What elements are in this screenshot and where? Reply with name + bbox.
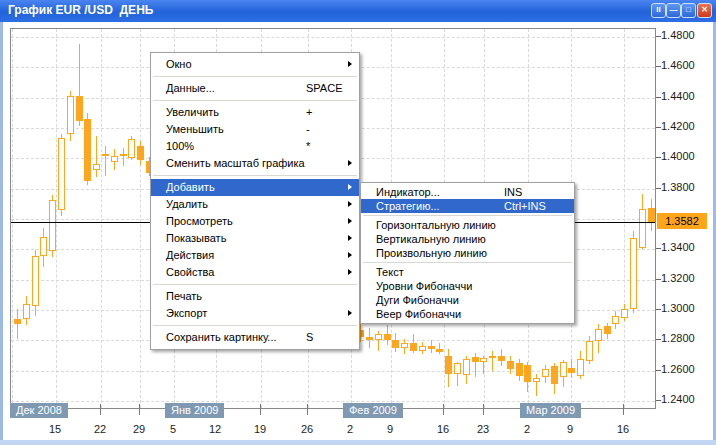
candlestick-wick — [492, 351, 493, 371]
add-submenu-separator — [363, 215, 572, 216]
candlestick — [120, 154, 127, 156]
add-submenu-item-9[interactable]: Дуги Фибоначчи — [361, 293, 574, 307]
submenu-arrow-icon — [348, 218, 352, 224]
candlestick — [551, 366, 558, 384]
submenu-arrow-icon — [348, 235, 352, 241]
candlestick — [516, 363, 523, 376]
candlestick — [84, 119, 91, 181]
candlestick — [14, 319, 21, 324]
price-axis-label: 1.4600 — [661, 59, 695, 71]
price-gridline — [11, 371, 655, 372]
add-submenu: Индикатор...INSСтратегию...Ctrl+INSГориз… — [360, 182, 575, 324]
candlestick — [76, 96, 83, 121]
context-menu-item-0[interactable]: Окно — [151, 56, 359, 73]
price-axis-label: 1.4400 — [661, 90, 695, 102]
submenu-arrow-icon — [348, 184, 352, 190]
time-axis-label: 9 — [567, 423, 573, 435]
price-axis-label: 1.4800 — [661, 29, 695, 41]
submenu-arrow-icon — [348, 269, 352, 275]
time-gridline — [12, 29, 13, 408]
candlestick-wick — [536, 374, 537, 396]
window-titlebar[interactable]: График EUR /USD ДЕНЬ II—□✕ — [0, 0, 716, 22]
bid-price-tag: 1.3582 — [657, 213, 707, 229]
add-submenu-item-5[interactable]: Произвольную линию — [361, 246, 574, 260]
time-axis-label: 16 — [617, 423, 629, 435]
candlestick — [621, 309, 628, 318]
add-submenu-item-0[interactable]: Индикатор...INS — [361, 185, 574, 199]
candlestick — [533, 378, 540, 382]
price-axis-label: 1.3400 — [661, 241, 695, 253]
submenu-arrow-icon — [348, 61, 352, 67]
submenu-arrow-icon — [348, 201, 352, 207]
context-menu-shortcut: S — [306, 329, 313, 346]
candlestick — [463, 359, 470, 376]
context-menu-item-10[interactable]: Удалить — [151, 196, 359, 213]
candlestick-wick — [96, 136, 97, 177]
candlestick-wick — [105, 146, 106, 177]
submenu-arrow-icon — [348, 252, 352, 258]
time-gridline — [101, 29, 102, 408]
context-menu-item-19[interactable]: Сохранить картинку...S — [151, 329, 359, 346]
context-menu-item-6[interactable]: 100%* — [151, 138, 359, 155]
candlestick — [366, 337, 373, 340]
candlestick — [454, 363, 461, 374]
candlestick — [630, 238, 637, 309]
add-submenu-item-10[interactable]: Веер Фибоначчи — [361, 307, 574, 321]
context-menu: ОкноДанные...SPACEУвеличить+Уменьшить-10… — [150, 52, 360, 350]
context-menu-item-2[interactable]: Данные...SPACE — [151, 80, 359, 97]
time-axis-tick — [139, 404, 140, 415]
candlestick — [612, 316, 619, 324]
time-axis-label: 29 — [133, 423, 145, 435]
context-menu-separator — [153, 100, 357, 101]
context-menu-item-14[interactable]: Свойства — [151, 264, 359, 281]
context-menu-item-17[interactable]: Экспорт — [151, 305, 359, 322]
context-menu-item-12[interactable]: Показывать — [151, 230, 359, 247]
minimize-button[interactable]: — — [666, 3, 681, 18]
candlestick — [375, 334, 382, 341]
time-axis-tick — [307, 404, 308, 415]
context-menu-shortcut: * — [306, 138, 310, 155]
candlestick — [560, 362, 567, 377]
time-axis-label: 19 — [254, 423, 266, 435]
add-submenu-item-8[interactable]: Уровни Фибоначчи — [361, 279, 574, 293]
pause-button[interactable]: II — [651, 3, 666, 18]
candlestick — [93, 164, 100, 171]
time-axis-label: 26 — [301, 423, 313, 435]
candlestick — [542, 369, 549, 377]
candlestick — [498, 356, 505, 361]
context-menu-shortcut: - — [306, 121, 310, 138]
add-submenu-shortcut: INS — [504, 185, 522, 199]
context-menu-separator — [153, 325, 357, 326]
candlestick — [472, 357, 479, 362]
candlestick — [128, 139, 135, 158]
window-title: График EUR /USD ДЕНЬ — [8, 3, 153, 17]
context-menu-item-5[interactable]: Уменьшить- — [151, 121, 359, 138]
price-axis-label: 1.4200 — [661, 120, 695, 132]
add-submenu-item-1[interactable]: Стратегию...Ctrl+INS — [361, 199, 574, 213]
candlestick — [577, 359, 584, 376]
time-gridline — [140, 29, 141, 408]
time-axis-label: 2 — [524, 423, 530, 435]
context-menu-item-16[interactable]: Печать — [151, 288, 359, 305]
context-menu-item-4[interactable]: Увеличить+ — [151, 104, 359, 121]
context-menu-separator — [153, 76, 357, 77]
context-menu-item-9[interactable]: Добавить — [151, 179, 359, 196]
month-badge: Фев 2009 — [343, 403, 403, 418]
context-menu-item-13[interactable]: Действия — [151, 247, 359, 264]
price-axis-label: 1.2800 — [661, 332, 695, 344]
context-menu-item-11[interactable]: Просмотреть — [151, 213, 359, 230]
add-submenu-item-7[interactable]: Текст — [361, 265, 574, 279]
candlestick — [524, 365, 531, 382]
restore-button[interactable]: □ — [681, 3, 696, 18]
candlestick — [401, 343, 408, 348]
candlestick — [436, 349, 443, 351]
add-submenu-item-4[interactable]: Вертикальную линию — [361, 232, 574, 246]
candlestick — [639, 209, 646, 248]
chart-window: График EUR /USD ДЕНЬ II—□✕ 1.48001.46001… — [0, 0, 716, 445]
time-axis-tick — [443, 404, 444, 415]
context-menu-separator — [153, 175, 357, 176]
context-menu-item-7[interactable]: Сменить масштаб графика — [151, 155, 359, 172]
time-axis-label: 23 — [477, 423, 489, 435]
add-submenu-item-3[interactable]: Горизонтальную линию — [361, 218, 574, 232]
close-button[interactable]: ✕ — [697, 3, 712, 18]
